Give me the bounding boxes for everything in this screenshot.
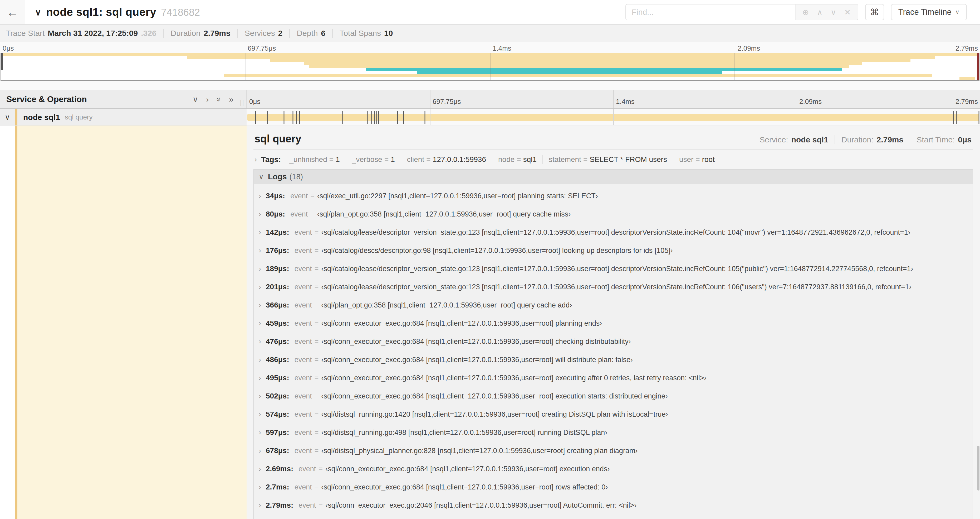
log-expand-icon[interactable]: › <box>259 338 261 346</box>
tag-item[interactable]: _unfinished=1 <box>284 155 346 164</box>
tags-expand-icon[interactable]: › <box>255 155 257 164</box>
span-collapse-icon[interactable]: ∨ <box>0 113 15 121</box>
log-expand-icon[interactable]: › <box>259 465 261 473</box>
column-resizer-grip[interactable]: || <box>240 99 245 107</box>
minimap-right-scrubber[interactable] <box>977 53 979 80</box>
log-row[interactable]: ›486μs:event=‹sql/conn_executor_exec.go:… <box>259 356 968 364</box>
tag-item[interactable]: user=root <box>673 155 721 164</box>
span-log-marker[interactable] <box>374 111 375 124</box>
next-result-icon[interactable]: ∨ <box>830 8 837 17</box>
log-expand-icon[interactable]: › <box>259 228 261 236</box>
log-message: ‹sql/conn_executor_exec.go:684 [nsql1,cl… <box>321 392 668 400</box>
trace-view-dropdown[interactable]: Trace Timeline ∨ <box>891 4 967 20</box>
service-color-strip <box>15 109 18 125</box>
collapse-deep-icon[interactable]: » <box>215 97 223 102</box>
span-log-marker[interactable] <box>296 111 297 124</box>
log-row[interactable]: ›597μs:event=‹sql/distsql_running.go:498… <box>259 428 968 437</box>
log-expand-icon[interactable]: › <box>259 356 261 364</box>
log-row[interactable]: ›495μs:event=‹sql/conn_executor_exec.go:… <box>259 374 968 382</box>
span-log-marker[interactable] <box>367 111 368 124</box>
span-log-marker[interactable] <box>299 111 300 124</box>
log-timestamp: 2.69ms: <box>266 465 293 473</box>
span-log-marker[interactable] <box>403 111 404 124</box>
summary-item: Total Spans10 <box>332 29 399 38</box>
tag-key: _verbose <box>352 155 382 163</box>
minimap-left-scrubber[interactable] <box>1 53 3 70</box>
span-log-marker[interactable] <box>978 111 979 124</box>
minimap-canvas[interactable] <box>0 53 980 81</box>
log-row[interactable]: ›201μs:event=‹sql/catalog/lease/descript… <box>259 283 968 291</box>
log-row[interactable]: ›176μs:event=‹sql/catalog/descs/descript… <box>259 246 968 255</box>
keyboard-shortcuts-button[interactable]: ⌘ <box>865 4 884 20</box>
collapse-trace-icon[interactable]: ∨ <box>35 7 41 18</box>
log-expand-icon[interactable]: › <box>259 283 261 291</box>
log-expand-icon[interactable]: › <box>259 301 261 309</box>
span-row[interactable]: ∨ node sql1 sql query <box>0 109 980 126</box>
expand-one-icon[interactable]: › <box>206 96 209 103</box>
back-button[interactable]: ← <box>0 0 25 24</box>
tag-equals: = <box>424 155 433 163</box>
log-expand-icon[interactable]: › <box>259 265 261 273</box>
locate-icon[interactable]: ⊕ <box>802 8 809 17</box>
span-row-timeline-cell[interactable] <box>247 109 980 126</box>
summary-item: Trace StartMarch 31 2022, 17:25:09.326 <box>6 29 163 38</box>
span-log-marker[interactable] <box>425 111 425 124</box>
span-log-marker[interactable] <box>376 111 377 124</box>
log-row[interactable]: ›142μs:event=‹sql/catalog/lease/descript… <box>259 228 968 236</box>
log-expand-icon[interactable]: › <box>259 392 261 400</box>
span-log-marker[interactable] <box>397 111 398 124</box>
log-expand-icon[interactable]: › <box>259 247 261 255</box>
log-row[interactable]: ›189μs:event=‹sql/catalog/lease/descript… <box>259 265 968 273</box>
span-log-marker[interactable] <box>378 111 379 124</box>
tag-item[interactable]: client=127.0.0.1:59936 <box>401 155 492 164</box>
log-row[interactable]: ›366μs:event=‹sql/plan_opt.go:358 [nsql1… <box>259 301 968 309</box>
log-row[interactable]: ›678μs:event=‹sql/distsql_physical_plann… <box>259 447 968 455</box>
span-log-marker[interactable] <box>267 111 268 124</box>
detail-left-column <box>0 126 247 519</box>
log-row[interactable]: ›574μs:event=‹sql/distsql_running.go:142… <box>259 410 968 418</box>
tag-value: 1 <box>391 155 395 163</box>
log-row[interactable]: ›2.7ms:event=‹sql/conn_executor_exec.go:… <box>259 483 968 491</box>
span-log-marker[interactable] <box>956 111 957 124</box>
collapse-all-icon[interactable]: ∨ <box>192 96 198 103</box>
log-expand-icon[interactable]: › <box>259 374 261 382</box>
tag-value: 127.0.0.1:59936 <box>433 155 486 163</box>
log-row[interactable]: ›2.69ms:event=‹sql/conn_executor_exec.go… <box>259 465 968 473</box>
span-log-marker[interactable] <box>293 111 293 124</box>
span-log-marker[interactable] <box>255 111 256 124</box>
span-row-name-cell[interactable]: ∨ node sql1 sql query <box>0 109 247 126</box>
minimap-tick-labels: 0μs697.75μs1.4ms2.09ms2.79ms <box>0 44 980 53</box>
tag-item[interactable]: node=sql1 <box>492 155 542 164</box>
tag-item[interactable]: _verbose=1 <box>346 155 401 164</box>
vertical-scrollbar[interactable] <box>977 446 980 490</box>
tag-item[interactable]: statement=SELECT * FROM users <box>542 155 673 164</box>
log-expand-icon[interactable]: › <box>259 447 261 455</box>
log-row[interactable]: ›459μs:event=‹sql/conn_executor_exec.go:… <box>259 319 968 327</box>
log-equals: = <box>315 301 319 309</box>
log-expand-icon[interactable]: › <box>259 192 261 200</box>
tag-equals: = <box>382 155 391 163</box>
log-expand-icon[interactable]: › <box>259 483 261 491</box>
span-log-marker[interactable] <box>342 111 343 124</box>
clear-find-icon[interactable]: ✕ <box>844 8 851 17</box>
find-input[interactable] <box>626 5 795 20</box>
log-row[interactable]: ›34μs:event=‹sql/exec_util.go:2297 [nsql… <box>259 192 968 200</box>
expand-all-icon[interactable]: » <box>229 96 234 103</box>
log-timestamp: 574μs: <box>266 410 289 418</box>
log-expand-icon[interactable]: › <box>259 501 261 509</box>
log-row[interactable]: ›476μs:event=‹sql/conn_executor_exec.go:… <box>259 337 968 346</box>
log-row[interactable]: ›80μs:event=‹sql/plan_opt.go:358 [nsql1,… <box>259 210 968 218</box>
log-row[interactable]: ›2.79ms:event=‹sql/conn_executor_exec.go… <box>259 501 968 509</box>
log-timestamp: 2.79ms: <box>266 501 293 509</box>
log-expand-icon[interactable]: › <box>259 428 261 437</box>
log-row[interactable]: ›502μs:event=‹sql/conn_executor_exec.go:… <box>259 392 968 400</box>
span-log-marker[interactable] <box>283 111 284 124</box>
tags-row[interactable]: › Tags: _unfinished=1_verbose=1client=12… <box>253 150 973 169</box>
log-expand-icon[interactable]: › <box>259 319 261 327</box>
logs-header[interactable]: ∨ Logs (18) <box>254 169 973 184</box>
span-log-marker[interactable] <box>371 111 372 124</box>
log-expand-icon[interactable]: › <box>259 410 261 418</box>
log-expand-icon[interactable]: › <box>259 210 261 218</box>
prev-result-icon[interactable]: ∧ <box>817 8 823 17</box>
span-log-marker[interactable] <box>953 111 954 124</box>
